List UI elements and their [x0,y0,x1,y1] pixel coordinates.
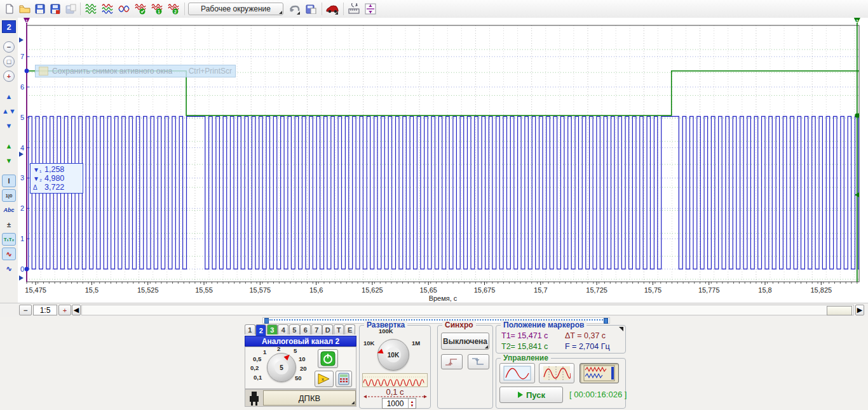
waves-compare-icon[interactable] [117,2,131,16]
recorder-icon [583,365,615,381]
save-as-icon[interactable] [48,2,62,16]
svg-text:15,625: 15,625 [362,286,383,294]
svg-text:x: x [322,376,324,382]
svg-text:15,6: 15,6 [309,286,323,294]
svg-text:15,675: 15,675 [474,286,496,294]
mode-continuous-button[interactable] [539,363,574,383]
delta-icon: Δ [33,184,44,191]
play-icon [517,391,524,399]
svg-text:1: 1 [25,19,28,23]
svg-text:15,75: 15,75 [644,286,662,294]
svg-text:2: 2 [20,204,24,212]
sync-rising-edge-button[interactable] [441,354,463,369]
new-file-icon[interactable] [3,2,17,16]
scale-up-icon[interactable]: ▲ [2,140,16,152]
channel-tab-7[interactable]: 7 [311,324,322,334]
buffer-size-spinner[interactable]: 1000 ▲▼ [382,398,416,409]
svg-text:3: 3 [20,174,24,182]
sensor-select-button[interactable]: ДПКВ [263,390,356,406]
offset-scale-icon[interactable]: ± [2,218,16,231]
svg-text:2: 2 [856,19,858,23]
marker1-value: 1,258 [44,165,64,174]
scrollbar-thumb[interactable] [827,306,852,315]
graph-aux-icon[interactable]: ∿ [2,262,16,275]
oscilloscope-plot[interactable]: 15,47515,515,52515,5515,57515,615,62515,… [18,18,868,303]
channel-tab-4[interactable]: 4 [278,324,288,334]
svg-text:0: 0 [20,265,24,273]
signal-move-down-icon[interactable]: ▼ [2,119,16,132]
save-all-icon[interactable] [64,2,78,16]
zoom-window-icon[interactable]: □ [2,55,16,68]
wave-check-icon[interactable] [133,2,147,16]
signal-move-up-icon[interactable]: ▲ [2,90,16,103]
falling-edge-icon [471,357,486,367]
scroll-left-button[interactable]: ◀ [72,305,81,315]
connector-plug-icon [246,390,262,407]
elapsed-time: [ 00:00:16:026 ] [569,390,627,399]
channel-tab-T[interactable]: T [334,324,344,334]
start-button[interactable]: Пуск [499,387,563,403]
spinner-arrows-icon[interactable]: ▲▼ [408,399,416,408]
split-icon[interactable] [363,2,377,16]
channel-tab-1[interactable]: 1 [245,324,255,334]
open-file-icon[interactable] [18,2,32,16]
time-markers-icon[interactable]: T₁T₂ [2,233,16,246]
channel-tab-D[interactable]: D [322,324,333,334]
scale-down-icon[interactable]: ▼ [2,154,16,167]
channel-tab-2[interactable]: 2 [255,324,266,336]
knob-scale-label: 5 [294,347,297,354]
waves-green-icon[interactable] [84,2,98,16]
channel-tab-E[interactable]: E [344,324,355,334]
collapse-corner-icon[interactable] [619,327,623,331]
save-page-icon[interactable] [304,2,318,16]
ruler-icon[interactable] [347,2,361,16]
mode-single-button[interactable] [499,363,535,383]
cursor-markers-icon[interactable]: I [2,175,16,187]
sweep-rate-knob[interactable]: 10K [377,339,409,371]
channel-calculator-button[interactable] [336,371,352,387]
scroll-right-button[interactable]: ▶ [855,305,864,315]
save-icon[interactable] [33,2,47,16]
knob-scale-label: 0,1 [254,374,262,381]
tooltip-shortcut: Ctrl+PrintScr [189,67,232,76]
channel-multiplier-button[interactable]: x [315,371,334,387]
signal-fit-icon[interactable]: ▲▼ [2,105,16,117]
channel-tab-3[interactable]: 3 [267,324,278,334]
wave-2-icon[interactable]: 2 [166,2,180,16]
car-icon[interactable] [325,2,339,16]
range-slider-right-handle[interactable] [604,318,608,324]
channel-gain-knob[interactable]: 5 [267,353,296,382]
svg-text:6: 6 [20,83,24,91]
marker-t2-value: T2= 15,841 с [501,342,548,351]
marker2-value: 4,980 [44,174,64,183]
zoom-out-button[interactable]: − [19,305,32,315]
sensor-name: ДПКВ [299,393,320,403]
svg-text:15,8: 15,8 [758,286,771,294]
range-slider-left-handle[interactable] [264,318,269,324]
channel-tab-5[interactable]: 5 [289,324,300,334]
scrollbar-track[interactable] [81,305,854,315]
wave-1-icon[interactable]: 1 [150,2,164,16]
channel-power-button[interactable] [318,349,338,368]
sync-mode-button[interactable]: Выключена [441,333,489,350]
undo-icon[interactable] [287,2,301,16]
labels-icon[interactable]: Abc [2,204,16,216]
zoom-in-icon[interactable]: + [2,70,16,83]
marker-readout-box: ▼₁1,258 ▼₂4,980 Δ3,722 [30,163,83,194]
graph-main-icon[interactable]: ∿ [2,248,16,260]
zoom-out-icon[interactable]: − [2,41,16,53]
mode-recorder-button[interactable] [580,363,619,383]
dropdown-corner-icon [335,11,338,15]
knob-scale-label: 0,2 [250,364,259,371]
sync-falling-edge-button[interactable] [468,354,489,369]
svg-text:15,7: 15,7 [534,286,547,294]
svg-text:Время, с: Время, с [429,294,458,302]
active-channel-badge: 2 [2,20,16,33]
toolbar-separator [322,3,322,15]
workspace-dropdown[interactable]: Рабочее окружение [188,3,283,15]
waves-multi-icon[interactable] [100,2,114,16]
channel-tab-6[interactable]: 6 [300,324,311,334]
logic-levels-icon[interactable]: 1|0 [2,189,16,202]
oscilloscope-app: { "toolbar": { "workspace_button": "Рабо… [0,0,868,410]
zoom-in-button[interactable]: + [58,305,71,315]
